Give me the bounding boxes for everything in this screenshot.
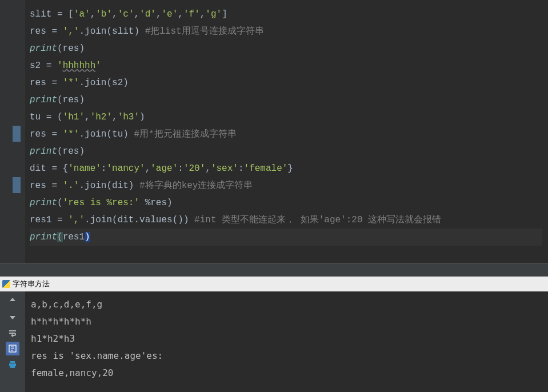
output-pane: a,b,c,d,e,f,g h*h*h*h*h*h h1*h2*h3 res i… (0, 291, 548, 392)
python-icon (2, 280, 10, 288)
code-line[interactable]: res = '.'.join(dit) #将字典的key连接成字符串 (30, 177, 548, 194)
gutter-mark (13, 177, 21, 193)
code-line[interactable]: s2 = 'hhhhhh' (30, 57, 548, 74)
output-tab-bar: 字符串方法 (0, 277, 548, 291)
code-line-current[interactable]: print(res1) (30, 229, 542, 246)
code-line[interactable]: print(res) (30, 40, 548, 57)
editor-gutter (0, 0, 25, 263)
code-line[interactable]: print('res is %res:' %res) (30, 194, 548, 211)
print-icon[interactable] (6, 358, 19, 371)
arrow-down-icon[interactable] (6, 310, 19, 323)
code-line[interactable]: dit = {'name':'nancy','age':'20','sex':'… (30, 160, 548, 177)
code-line[interactable]: res1 = ','.join(dit.values()) #int 类型不能连… (30, 211, 548, 229)
output-line: female,nancy,20 (31, 365, 163, 382)
code-line[interactable]: print(res) (30, 143, 548, 160)
scroll-to-end-icon[interactable] (6, 342, 19, 355)
code-line[interactable]: tu = ('h1','h2','h3') (30, 109, 548, 126)
gutter-mark (13, 126, 21, 142)
arrow-up-icon[interactable] (6, 294, 19, 307)
code-line[interactable]: res = '*'.join(s2) (30, 74, 548, 91)
output-line: h1*h2*h3 (31, 330, 163, 347)
output-line: res is 'sex.name.age'es: (31, 347, 163, 365)
output-tab-title[interactable]: 字符串方法 (13, 279, 50, 289)
editor-pane: slit = ['a','b','c','d','e','f','g'] res… (0, 0, 548, 263)
output-line: h*h*h*h*h*h (31, 313, 163, 330)
pane-splitter[interactable] (0, 263, 548, 277)
output-gutter (0, 291, 25, 392)
output-line: a,b,c,d,e,f,g (31, 296, 163, 313)
code-line[interactable]: slit = ['a','b','c','d','e','f','g'] (30, 6, 548, 23)
code-line[interactable]: print(res) (30, 91, 548, 109)
code-area[interactable]: slit = ['a','b','c','d','e','f','g'] res… (25, 0, 548, 263)
code-line[interactable]: res = '*'.join(tu) #用*把元祖连接成字符串 (30, 126, 548, 143)
console-output[interactable]: a,b,c,d,e,f,g h*h*h*h*h*h h1*h2*h3 res i… (25, 291, 163, 392)
soft-wrap-icon[interactable] (6, 326, 19, 339)
code-line[interactable]: res = ','.join(slit) #把list用逗号连接成字符串 (30, 23, 548, 40)
